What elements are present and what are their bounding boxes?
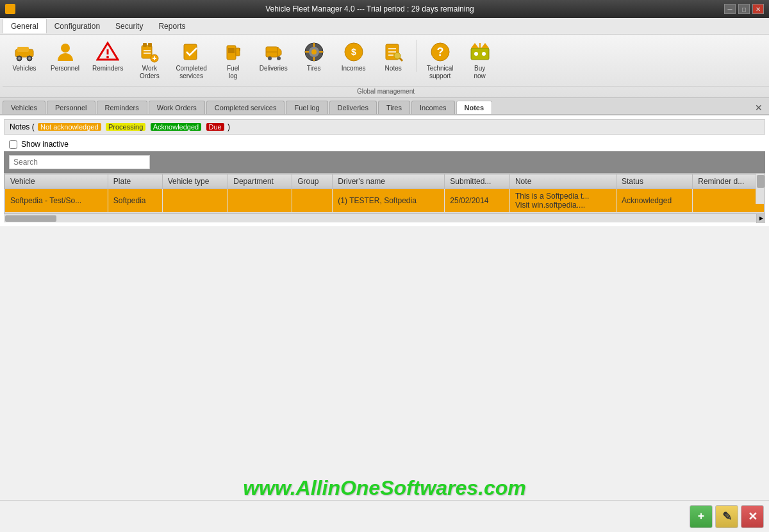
col-group[interactable]: Group <box>292 174 333 189</box>
menu-item-reports[interactable]: Reports <box>151 19 193 33</box>
completed-services-label: Completedservices <box>176 65 206 80</box>
ribbon-btn-vehicles[interactable]: Vehicles <box>5 37 44 76</box>
tires-label: Tires <box>307 65 321 72</box>
minimize-button[interactable]: ─ <box>724 4 736 14</box>
cell-vehicle-type <box>162 189 228 213</box>
status-acknowledged: Acknowledged <box>151 123 202 131</box>
show-inactive-checkbox[interactable] <box>9 140 17 149</box>
ribbon-btn-notes[interactable]: Notes <box>374 37 413 76</box>
svg-rect-21 <box>228 48 235 53</box>
svg-point-3 <box>18 57 21 60</box>
tab-deliveries[interactable]: Deliveries <box>329 101 377 114</box>
incomes-icon: $ <box>342 40 365 63</box>
reminders-icon <box>96 40 119 63</box>
ribbon-btn-tires[interactable]: Tires <box>295 37 333 76</box>
restore-button[interactable]: □ <box>738 4 750 14</box>
app-icon <box>5 4 15 14</box>
col-drivers-name[interactable]: Driver's name <box>333 174 445 189</box>
notes-header: Notes ( Not acknowledged Processing Ackn… <box>4 119 765 135</box>
show-inactive-row: Show inactive <box>4 137 765 151</box>
search-input[interactable] <box>9 155 150 169</box>
close-button[interactable]: ✕ <box>752 4 764 14</box>
col-reminder-d[interactable]: Reminder d... <box>693 174 765 189</box>
cell-status: Acknowledged <box>616 189 693 213</box>
col-status[interactable]: Status <box>616 174 693 189</box>
ribbon-btn-technical-support[interactable]: ? Technicalsupport <box>421 37 459 83</box>
ribbon-section-label: Global management <box>3 86 769 97</box>
incomes-label: Incomes <box>342 65 366 72</box>
vertical-scrollbar[interactable] <box>756 174 765 204</box>
svg-point-49 <box>474 52 478 56</box>
horizontal-scrollbar: ▶ <box>4 213 765 222</box>
work-orders-label: WorkOrders <box>140 65 160 80</box>
hscroll-arrow-right[interactable]: ▶ <box>756 214 765 223</box>
col-vehicle-type[interactable]: Vehicle type <box>162 174 228 189</box>
svg-text:$: $ <box>351 47 356 57</box>
vehicles-icon <box>13 40 36 63</box>
fuel-log-label: Fuellog <box>227 65 239 80</box>
hscroll-thumb[interactable] <box>5 215 56 222</box>
col-department[interactable]: Department <box>228 174 292 189</box>
ribbon-btn-incomes[interactable]: $ Incomes <box>335 37 373 76</box>
tab-completed-services[interactable]: Completed services <box>206 101 285 114</box>
svg-marker-46 <box>471 43 479 48</box>
add-button[interactable]: + <box>690 505 713 528</box>
status-processing: Processing <box>106 123 145 131</box>
table-row[interactable]: Softpedia - Test/So... Softpedia (1) TES… <box>5 189 765 213</box>
svg-point-9 <box>106 56 109 58</box>
delete-button[interactable]: ✕ <box>741 505 764 528</box>
ribbon-btn-fuel-log[interactable]: Fuellog <box>214 37 252 83</box>
svg-rect-1 <box>17 47 29 52</box>
cell-plate: Softpedia <box>108 189 162 213</box>
buy-now-icon <box>468 40 492 63</box>
tab-personnel[interactable]: Personnel <box>47 101 95 114</box>
notes-label: Notes <box>385 65 402 72</box>
vscroll-thumb <box>757 175 765 188</box>
fuel-log-icon <box>222 40 245 63</box>
menu-item-configuration[interactable]: Configuration <box>47 19 108 33</box>
cell-vehicle: Softpedia - Test/So... <box>5 189 108 213</box>
cell-submitted: 25/02/2014 <box>445 189 510 213</box>
svg-rect-10 <box>142 46 152 58</box>
svg-text:?: ? <box>436 46 443 58</box>
tab-close-button[interactable]: ✕ <box>751 101 766 114</box>
menu-item-general[interactable]: General <box>3 19 47 33</box>
tab-work-orders[interactable]: Work Orders <box>149 101 205 114</box>
col-note[interactable]: Note <box>509 174 616 189</box>
svg-rect-18 <box>184 44 197 60</box>
svg-point-6 <box>61 44 70 53</box>
ribbon-btn-reminders[interactable]: Reminders <box>87 37 129 76</box>
tab-fuel-log[interactable]: Fuel log <box>286 101 327 114</box>
ribbon-btn-work-orders[interactable]: WorkOrders <box>130 37 169 83</box>
svg-point-25 <box>268 56 272 60</box>
tab-tires[interactable]: Tires <box>378 101 410 114</box>
status-not-acknowledged: Not acknowledged <box>38 123 101 131</box>
work-orders-icon <box>138 40 161 63</box>
svg-point-50 <box>482 52 486 56</box>
cell-reminder-d <box>693 189 765 213</box>
table-body: Softpedia - Test/So... Softpedia (1) TES… <box>5 189 765 213</box>
tires-icon <box>302 40 326 63</box>
title-bar: Vehicle Fleet Manager 4.0 --- Trial peri… <box>0 0 769 18</box>
cell-group <box>292 189 333 213</box>
table-container: Vehicle Plate Vehicle type Department Gr… <box>4 173 765 213</box>
ribbon-btn-buy-now[interactable]: Buynow <box>461 37 499 83</box>
search-area <box>4 151 765 173</box>
ribbon-btn-deliveries[interactable]: Deliveries <box>254 37 294 76</box>
svg-rect-45 <box>471 48 489 60</box>
ribbon-btn-personnel[interactable]: Personnel <box>45 37 85 76</box>
tab-reminders[interactable]: Reminders <box>97 101 147 114</box>
technical-support-label: Technicalsupport <box>427 65 454 80</box>
svg-marker-47 <box>481 43 489 48</box>
cell-department <box>228 189 292 213</box>
col-submitted[interactable]: Submitted... <box>445 174 510 189</box>
tab-vehicles[interactable]: Vehicles <box>3 101 45 114</box>
col-vehicle[interactable]: Vehicle <box>5 174 108 189</box>
ribbon-btn-completed-services[interactable]: Completedservices <box>170 37 212 83</box>
edit-button[interactable]: ✎ <box>715 505 738 528</box>
tab-incomes[interactable]: Incomes <box>411 101 455 114</box>
menu-item-security[interactable]: Security <box>108 19 151 33</box>
col-plate[interactable]: Plate <box>108 174 162 189</box>
technical-support-icon: ? <box>429 40 452 63</box>
tab-notes[interactable]: Notes <box>456 101 493 114</box>
